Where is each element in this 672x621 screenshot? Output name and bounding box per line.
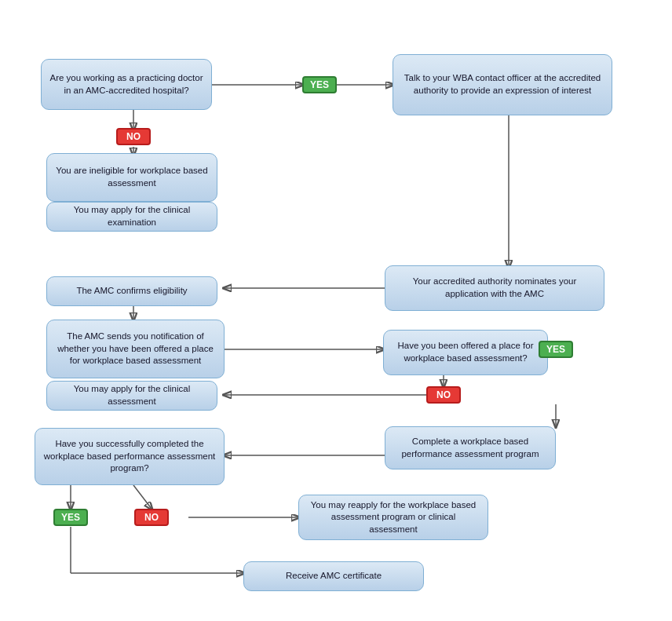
yes2-button[interactable]: YES bbox=[539, 341, 573, 358]
ineligible-node: You are ineligible for workplace based a… bbox=[46, 153, 217, 202]
start-node: Are you working as a practicing doctor i… bbox=[41, 59, 212, 110]
yes3-button[interactable]: YES bbox=[53, 509, 88, 526]
talk-wba-node: Talk to your WBA contact officer at the … bbox=[393, 54, 612, 115]
offered-place-node: Have you been offered a place for workpl… bbox=[383, 330, 548, 375]
svg-line-15 bbox=[133, 485, 152, 509]
receive-cert-node: Receive AMC certificate bbox=[243, 561, 424, 591]
reapply-node: You may reapply for the workplace based … bbox=[298, 495, 488, 540]
amc-sends-node: The AMC sends you notification of whethe… bbox=[46, 320, 225, 378]
yes1-button[interactable]: YES bbox=[302, 76, 337, 93]
amc-confirms-node: The AMC confirms eligibility bbox=[46, 276, 217, 306]
no1-button[interactable]: NO bbox=[116, 128, 151, 145]
no2-button[interactable]: NO bbox=[426, 386, 461, 404]
flowchart: Are you working as a practicing doctor i… bbox=[0, 0, 672, 621]
complete-wba-program-node: Complete a workplace based performance a… bbox=[385, 426, 556, 469]
accredited-nominates-node: Your accredited authority nominates your… bbox=[385, 265, 604, 311]
clinical-assessment-node: You may apply for the clinical assessmen… bbox=[46, 381, 217, 411]
completed-wba-node: Have you successfully completed the work… bbox=[35, 428, 225, 485]
clinical-exam-node: You may apply for the clinical examinati… bbox=[46, 202, 217, 232]
no3-button[interactable]: NO bbox=[134, 509, 169, 526]
